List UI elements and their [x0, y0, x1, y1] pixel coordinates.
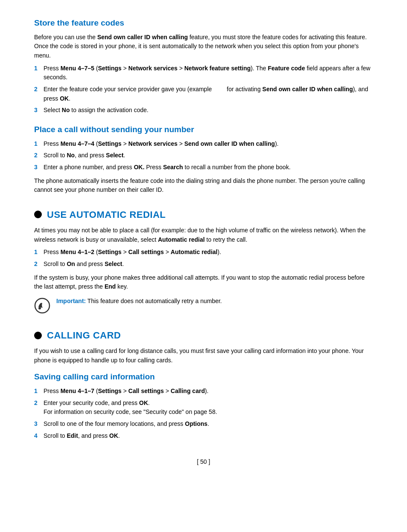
place-call-steps: 1 Press Menu 4–7–4 (Settings > Network s… — [34, 139, 373, 172]
list-item: 3 Select No to assign the activation cod… — [34, 106, 373, 115]
page-number: [ 50 ] — [197, 458, 210, 465]
svg-point-0 — [35, 298, 49, 313]
important-icon — [34, 298, 50, 314]
use-automatic-redial-heading: USE AUTOMATIC REDIAL — [34, 208, 373, 222]
list-item: 1 Press Menu 4–7–5 (Settings > Network s… — [34, 64, 373, 82]
svg-point-1 — [38, 307, 41, 309]
bullet-icon — [34, 211, 42, 218]
place-call-section: Place a call without sending your number… — [34, 124, 373, 195]
saving-calling-card-section: Saving calling card information 1 Press … — [34, 371, 373, 440]
place-call-outro: The phone automatically inserts the feat… — [34, 176, 373, 195]
important-box: Important: This feature does not automat… — [34, 297, 373, 314]
important-text: Important: This feature does not automat… — [56, 297, 222, 306]
store-feature-codes-section: Store the feature codes Before you can u… — [34, 17, 373, 115]
saving-calling-card-steps: 1 Press Menu 4–1–7 (Settings > Call sett… — [34, 387, 373, 440]
list-item: 2 Enter the feature code your service pr… — [34, 85, 373, 103]
calling-card-heading: CALLING CARD — [34, 328, 373, 342]
saving-calling-card-heading: Saving calling card information — [34, 371, 373, 383]
calling-card-intro: If you wish to use a calling card for lo… — [34, 347, 373, 365]
bullet-icon — [34, 332, 42, 339]
list-item: 4 Scroll to Edit, and press OK. — [34, 431, 373, 441]
use-automatic-redial-intro: At times you may not be able to place a … — [34, 226, 373, 244]
page-footer: [ 50 ] — [34, 457, 373, 466]
list-item: 1 Press Menu 4–7–4 (Settings > Network s… — [34, 139, 373, 149]
list-item: 1 Press Menu 4–1–2 (Settings > Call sett… — [34, 248, 373, 257]
list-item: 3 Enter a phone number, and press OK. Pr… — [34, 163, 373, 172]
use-automatic-redial-steps: 1 Press Menu 4–1–2 (Settings > Call sett… — [34, 248, 373, 269]
use-automatic-redial-outro: If the system is busy, your phone makes … — [34, 273, 373, 292]
store-feature-codes-heading: Store the feature codes — [34, 17, 373, 29]
use-automatic-redial-section: USE AUTOMATIC REDIAL At times you may no… — [34, 203, 373, 314]
list-item: 1 Press Menu 4–1–7 (Settings > Call sett… — [34, 387, 373, 396]
place-call-heading: Place a call without sending your number — [34, 124, 373, 136]
list-item: 2 Enter your security code, and press OK… — [34, 399, 373, 417]
store-feature-codes-intro: Before you can use the Send own caller I… — [34, 33, 373, 61]
list-item: 2 Scroll to No, and press Select. — [34, 151, 373, 160]
list-item: 3 Scroll to one of the four memory locat… — [34, 419, 373, 429]
calling-card-section: CALLING CARD If you wish to use a callin… — [34, 324, 373, 440]
list-item: 2 Scroll to On and press Select. — [34, 260, 373, 269]
store-feature-codes-steps: 1 Press Menu 4–7–5 (Settings > Network s… — [34, 64, 373, 115]
